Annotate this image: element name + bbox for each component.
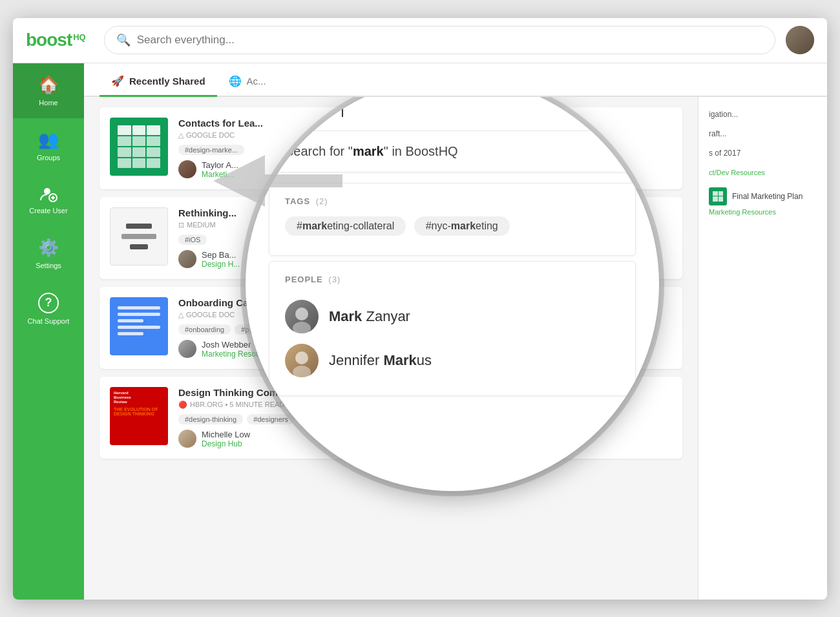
tag[interactable]: #design-thinking — [178, 414, 243, 424]
source-icon: 🔴 — [178, 401, 187, 409]
search-suggestion[interactable]: Search for "mark" in BoostHQ — [269, 131, 636, 173]
sharer-info: Michelle Low Design Hub — [202, 430, 250, 448]
tag-chip[interactable]: #marketing-collateral — [285, 216, 406, 236]
person-name: Mark Zanyar — [329, 308, 410, 325]
right-item: s of 2017 — [709, 149, 817, 158]
tags-count: (2) — [316, 196, 328, 206]
sidebar-item-create-user[interactable]: Create User — [13, 173, 84, 226]
item-thumbnail — [110, 118, 168, 176]
content-area: 🚀 Recently Shared 🌐 Ac... — [84, 63, 827, 600]
hbr-design: THE EVOLUTION OF DESIGN THINKING — [114, 407, 164, 416]
doc-line — [118, 332, 143, 335]
source-icon: △ — [178, 131, 184, 140]
tag[interactable]: #iOS — [178, 235, 207, 245]
main-content: 🏠 Home 👥 Groups Create User ⚙️ Sett — [13, 63, 827, 600]
sharer-name: Michelle Low — [202, 430, 250, 439]
source-text: HBR.ORG • 5 MINUTE READ — [190, 401, 284, 408]
sharer-group: Marketi... — [202, 170, 238, 179]
logo: boost HQ — [26, 30, 86, 50]
right-item: raft... — [709, 129, 817, 138]
people-section: PEOPLE (3) — [269, 261, 636, 396]
article-bar — [121, 234, 156, 239]
sidebar-item-groups[interactable]: 👥 Groups — [13, 118, 84, 173]
group-name: Marketing Resources — [709, 208, 817, 216]
sharer-avatar — [178, 430, 196, 448]
source-text: GOOGLE DOC — [186, 131, 235, 139]
avatar-image — [786, 26, 814, 54]
doc-line — [118, 326, 160, 329]
sidebar-label-groups: Groups — [37, 154, 60, 162]
source-text: GOOGLE DOC — [186, 311, 235, 319]
rocket-icon: 🚀 — [111, 75, 124, 87]
source-icon: ⊡ — [178, 221, 184, 229]
doc-line — [118, 313, 160, 316]
person-avatar — [285, 344, 319, 377]
sharer-avatar — [178, 340, 196, 358]
sheets-icon — [110, 118, 168, 176]
item-thumbnail — [110, 207, 168, 266]
chat-support-icon: ? — [38, 293, 59, 313]
suggestion-bold: mark — [353, 144, 384, 158]
sidebar-label-chat-support: Chat Support — [28, 317, 70, 325]
doc-line — [118, 306, 160, 309]
article-bar — [130, 244, 147, 249]
svg-point-0 — [44, 188, 50, 194]
sidebar-item-settings[interactable]: ⚙️ Settings — [13, 226, 84, 281]
tag[interactable]: #designers — [247, 414, 295, 424]
search-input[interactable] — [137, 34, 763, 47]
app-frame: boost HQ 🔍 🏠 Home 👥 Groups — [13, 18, 827, 600]
create-user-icon — [39, 185, 58, 203]
sharer-group: Design Hub — [202, 439, 250, 448]
sidebar-label-create-user: Create User — [29, 207, 67, 214]
person-row[interactable]: Mark Zanyar — [285, 295, 620, 339]
user-avatar[interactable] — [786, 26, 814, 54]
item-thumbnail: HarvardBusinessReview THE EVOLUTION OF D… — [110, 387, 168, 445]
logo-hq: HQ — [73, 32, 86, 42]
sharer-info: Sep Ba... Design H... — [202, 250, 240, 269]
tags-section-title: TAGS (2) — [285, 196, 620, 206]
svg-point-9 — [293, 366, 311, 377]
tab-activity[interactable]: 🌐 Ac... — [217, 67, 278, 97]
home-icon: 🏠 — [38, 75, 59, 95]
right-panel: igation... raft... s of 2017 ct/Dev Reso… — [698, 97, 827, 600]
sharer-info: Taylor A... Marketi... — [202, 160, 238, 179]
tag[interactable]: #onboarding — [178, 324, 231, 335]
person-name: Jennifer Markus — [329, 352, 432, 369]
person-avatar — [285, 300, 319, 333]
magnifier-inner: 🔍 mark Search for "mark" in BoostHQ — [246, 97, 659, 491]
sharer-avatar — [178, 160, 196, 178]
tag-chip[interactable]: #nyc-marketing — [414, 216, 510, 236]
sharer-name: Sep Ba... — [202, 250, 240, 260]
tab-recently-shared[interactable]: 🚀 Recently Shared — [100, 67, 217, 97]
svg-rect-7 — [285, 300, 319, 333]
people-section-title: PEOPLE (3) — [285, 275, 620, 284]
svg-point-8 — [295, 351, 308, 364]
article-bar — [126, 224, 152, 229]
source-icon: △ — [178, 311, 184, 319]
right-item: igation... — [709, 110, 817, 119]
source-text: MEDIUM — [187, 221, 216, 229]
tab-activity-label: Ac... — [247, 76, 266, 87]
people-count: (3) — [328, 275, 341, 284]
globe-icon: 🌐 — [229, 75, 242, 87]
search-dropdown[interactable]: 🔍 mark Search for "mark" in BoostHQ — [246, 97, 659, 491]
tabs-bar: 🚀 Recently Shared 🌐 Ac... — [84, 63, 827, 97]
search-bar-container[interactable]: 🔍 — [104, 26, 775, 54]
topbar: boost HQ 🔍 — [13, 18, 827, 63]
sharer-name: Taylor A... — [202, 160, 238, 170]
sidebar-item-chat-support[interactable]: ? Chat Support — [13, 281, 84, 337]
sharer-group: Design H... — [202, 260, 240, 269]
sharer-avatar — [178, 250, 196, 268]
tags-section: TAGS (2) #marketing-collateral #nyc-mark… — [269, 183, 636, 256]
doc-icon — [110, 297, 168, 355]
sidebar: 🏠 Home 👥 Groups Create User ⚙️ Sett — [13, 63, 84, 600]
tag[interactable]: #design-marke... — [178, 145, 244, 155]
sidebar-item-home[interactable]: 🏠 Home — [13, 63, 84, 118]
sidebar-label-home: Home — [39, 99, 58, 107]
hbr-content: HarvardBusinessReview THE EVOLUTION OF D… — [110, 387, 168, 445]
person-row[interactable]: Jennifer Markus — [285, 339, 620, 382]
right-item: Final Marketing Plan Marketing Resources — [709, 187, 817, 216]
sidebar-label-settings: Settings — [36, 262, 61, 269]
doc-line — [118, 319, 143, 322]
right-item-title: Final Marketing Plan — [732, 192, 803, 201]
